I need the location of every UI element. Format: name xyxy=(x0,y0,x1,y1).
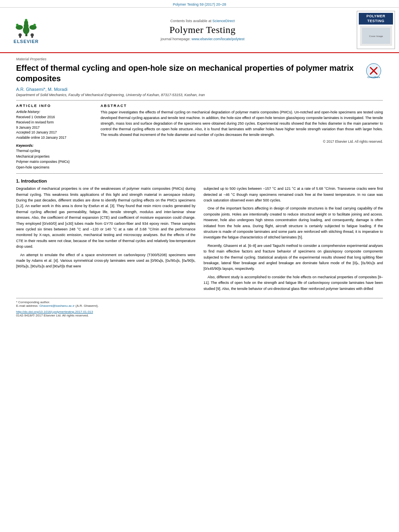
body-right-para2: One of the important factors affecting i… xyxy=(204,205,383,240)
journal-homepage: journal homepage: www.elsevier.com/locat… xyxy=(160,37,245,41)
revised-date: 9 January 2017 xyxy=(16,125,93,130)
svg-point-7 xyxy=(33,24,36,26)
crossmark-badge: CrossMark xyxy=(365,63,383,81)
section-tag: Material Properties xyxy=(16,57,383,61)
pt-logo-image: Cover Image xyxy=(360,26,392,47)
pt-cover-image-icon: Cover Image xyxy=(360,26,392,46)
email-name: (A.R. Ghasemi). xyxy=(76,304,99,308)
sciencedirect-anchor[interactable]: ScienceDirect xyxy=(212,19,235,23)
article-history-label: Article history: xyxy=(16,110,93,114)
email-link[interactable]: Ghasemi@kashanu.ac.ir xyxy=(39,304,75,308)
accepted-date: Accepted 10 January 2017 xyxy=(16,130,93,135)
elsevier-brand-text: ELSEVIER xyxy=(14,39,39,44)
body-right-para4: Also, different study is accomplished to… xyxy=(204,274,383,292)
page: Polymer Testing 59 (2017) 20–28 xyxy=(0,0,399,532)
svg-text:CrossMark: CrossMark xyxy=(367,76,380,78)
svg-text:Cover Image: Cover Image xyxy=(369,35,383,37)
body-left-para2: An attempt to emulate the effect of a sp… xyxy=(16,252,195,269)
elsevier-tree-icon xyxy=(11,16,41,38)
journal-citation-link[interactable]: Polymer Testing 59 (2017) 20–28 xyxy=(173,2,226,6)
email-label: E-mail address: xyxy=(16,304,39,308)
main-content: Material Properties Effect of thermal cy… xyxy=(0,53,399,321)
available-date: Available online 10 January 2017 xyxy=(16,135,93,140)
email-line: E-mail address: Ghasemi@kashanu.ac.ir (A… xyxy=(16,304,383,308)
section-1-header: 1. Introduction xyxy=(16,179,383,183)
journal-title: Polymer Testing xyxy=(169,25,236,35)
pt-logo: POLYMER TESTING xyxy=(359,13,393,25)
body-left-column: Degradation of mechanical properties is … xyxy=(16,186,195,294)
divider-after-abstract xyxy=(16,173,383,174)
divider-after-affiliation xyxy=(16,100,383,101)
publisher-logo-area: ELSEVIER xyxy=(4,11,48,49)
pt-logo-box-area: POLYMER TESTING Cover Image xyxy=(357,11,395,49)
top-citation-bar: Polymer Testing 59 (2017) 20–28 xyxy=(0,0,399,8)
received-date: Received 1 October 2016 xyxy=(16,115,93,120)
svg-point-8 xyxy=(25,19,27,21)
article-info-column: ARTICLE INFO Article history: Received 1… xyxy=(16,104,93,170)
keyword-1: Thermal cycling xyxy=(16,148,93,154)
svg-rect-10 xyxy=(19,36,21,38)
doi-link-line: http://dx.doi.org/10.1016/j.polymertesti… xyxy=(16,310,383,314)
abstract-column: ABSTRACT This paper investigates the eff… xyxy=(101,104,383,170)
homepage-link[interactable]: www.elsevier.com/locate/polytest xyxy=(191,37,245,41)
body-left-para1: Degradation of mechanical properties is … xyxy=(16,186,195,249)
authors: A.R. Ghasemi*, M. Moradi xyxy=(16,87,383,92)
affiliation: Department of Solid Mechanics, Faculty o… xyxy=(16,93,383,97)
keyword-2: Mechanical properties xyxy=(16,154,93,160)
body-two-columns: Degradation of mechanical properties is … xyxy=(16,186,383,294)
keyword-4: Open-hole specimens xyxy=(16,165,93,170)
issn-line: 0142-9418/© 2017 Elsevier Ltd. All right… xyxy=(16,314,383,317)
sciencedirect-link: Contents lists available at ScienceDirec… xyxy=(170,19,234,23)
journal-header: ELSEVIER Contents lists available at Sci… xyxy=(0,8,399,53)
body-right-column: subjected up to 500 cycles between −157 … xyxy=(204,186,383,294)
doi-link[interactable]: http://dx.doi.org/10.1016/j.polymertesti… xyxy=(16,310,93,314)
article-info-abstract-row: ARTICLE INFO Article history: Received 1… xyxy=(16,104,383,170)
doi-section: http://dx.doi.org/10.1016/j.polymertesti… xyxy=(16,310,383,317)
article-info-header: ARTICLE INFO xyxy=(16,104,93,108)
crossmark-icon: CrossMark xyxy=(365,63,383,81)
keyword-3: Polymer matrix composites (PMCs) xyxy=(16,159,93,165)
keywords-label: Keywords: xyxy=(16,144,93,148)
footnote-section: * Corresponding author. E-mail address: … xyxy=(16,298,383,308)
svg-rect-12 xyxy=(31,36,33,38)
journal-title-area: Contents lists available at ScienceDirec… xyxy=(52,11,353,49)
corresponding-note: * Corresponding author. xyxy=(16,300,383,304)
received-revised-label: Received in revised form xyxy=(16,120,93,125)
elsevier-logo: ELSEVIER xyxy=(11,16,41,44)
paper-title: Effect of thermal cycling and open-hole … xyxy=(16,63,383,84)
abstract-text: This paper investigates the effects of t… xyxy=(101,110,383,138)
svg-point-6 xyxy=(16,24,19,26)
abstract-header: ABSTRACT xyxy=(101,104,383,108)
body-right-para3: Recently, Ghasemi et al. [6–8] are used … xyxy=(204,243,383,272)
body-section: 1. Introduction Degradation of mechanica… xyxy=(16,179,383,294)
body-right-para1: subjected up to 500 cycles between −157 … xyxy=(204,186,383,203)
copyright: © 2017 Elsevier Ltd. All rights reserved… xyxy=(101,140,383,144)
